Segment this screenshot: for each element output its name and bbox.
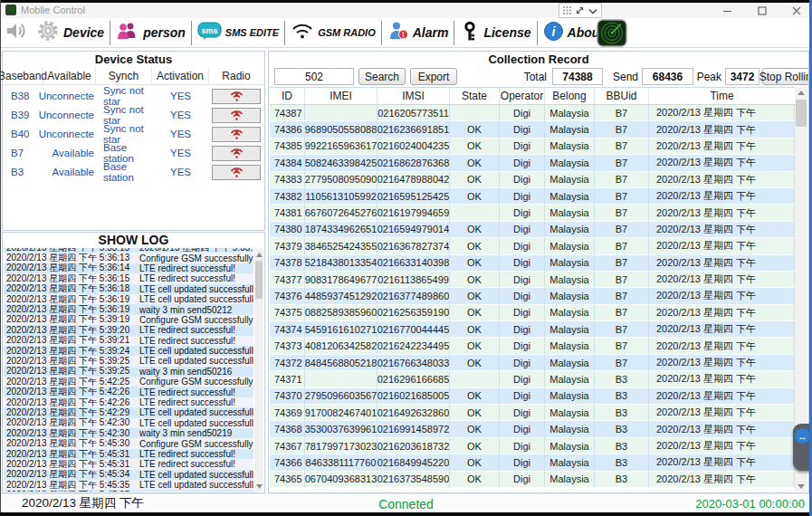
log-message: waity 3 min send50212 [139,305,253,315]
operator-cell: Digi [500,105,545,121]
collection-table-row[interactable]: 74369 891700824674013 502164926328606 OK… [270,405,795,421]
operator-cell: Digi [500,438,545,454]
collection-table-row[interactable]: 74386 696890505580883 502162366918517 OK… [270,121,795,138]
collection-table-row[interactable]: 74365 006704093683132 502163735485909 OK… [270,472,795,488]
log-message: Configure GSM successfully! [139,439,253,449]
collection-table-row[interactable]: 74376 644859374512928 502163774898604 OK… [270,288,795,304]
device-table-row[interactable]: B3 Available Base station YES [3,161,264,180]
id-cell: 74376 [270,288,305,304]
collection-scroll-thumb[interactable] [796,100,807,127]
toolbar-button-gsm-radio[interactable]: GSM RADIO [286,19,380,47]
id-cell: 74383 [270,172,305,188]
id-cell: 74369 [270,405,305,421]
collection-table-row[interactable]: 74381 766760726452764 502161979946593 Di… [270,205,795,221]
collection-table-row[interactable]: 74370 827950966035670 502160216850054 OK… [270,388,795,405]
operator-cell: Digi [500,454,545,471]
collection-table-row[interactable]: 74374 154591616102713 502167700444452 OK… [270,321,795,338]
bbuid-cell: B3 [595,371,649,387]
toolbar-label-alarm: Alarm [413,25,449,40]
info-icon: i [543,21,564,45]
scroll-up-icon[interactable] [795,87,807,98]
device-table-row[interactable]: B38 Unconnecte Sync not star YES [3,85,264,104]
expand-icon[interactable] [575,3,585,19]
device-table-row[interactable]: B40 Unconnecte Sync not star YES [3,123,264,142]
operator-cell: Digi [500,338,545,354]
collection-table-row[interactable]: 74366 084633811177608 502168499452202 OK… [270,454,795,471]
speaker-button[interactable] [1,19,32,47]
maximize-button[interactable] [750,4,775,17]
grid-icon[interactable] [562,3,572,19]
id-cell: 74378 [270,255,305,272]
stop-rolling-button[interactable]: Stop Rolling [762,68,809,85]
bbuid-cell: B7 [595,338,649,354]
radio-toggle-button[interactable] [212,146,261,161]
bbuid-cell: B7 [595,121,649,138]
search-button[interactable]: Search [358,68,406,85]
time-cell: 2020/2/13 星期四 下午 [649,338,795,354]
radio-toggle-button[interactable] [212,127,261,142]
radio-signal-icon [229,128,244,140]
imei-cell: 644859374512928 [305,288,377,304]
radio-toggle-button[interactable] [212,165,261,180]
log-scrollbar[interactable] [254,249,263,492]
operator-cell: Digi [500,139,545,155]
log-scroll-thumb[interactable] [255,261,263,299]
radio-toggle-button[interactable] [212,89,261,104]
collection-table-row[interactable]: 74367 678179971730231 502162036187329 OK… [270,438,795,454]
chevron-down-icon[interactable] [588,3,598,19]
imsi-cell: 502162961666858 [377,371,450,387]
id-cell: 74379 [270,238,305,254]
toolbar-button-alarm[interactable]: ! Alarm [383,19,454,47]
collection-table-row[interactable]: 74373 840812063425828 502162422344956 OK… [270,338,795,354]
operator-cell: Digi [500,472,545,488]
collection-table-row[interactable]: 74368 435300376399616 502169914589727 OK… [270,421,795,437]
time-cell: 2020/2/13 星期四 下午 [649,205,795,221]
collection-table-row[interactable]: 74378 652184380133548 502166331403981 OK… [270,255,795,272]
toolbar-button-person[interactable]: person [111,19,190,47]
log-time: 2020/2/13 星期四 下午 5:45:35 [4,489,139,492]
id-cell: 74382 [270,188,305,205]
col-id: ID [270,88,305,104]
collection-table-row[interactable]: 74377 990831786496775 502161138654993 OK… [270,272,795,288]
scroll-down-icon[interactable] [795,481,807,492]
collection-table-row[interactable]: 74380 618743349626519 502165949790140 OK… [270,222,795,238]
collection-table-row[interactable]: 74372 184845688052183 502167663480333 OK… [270,355,795,371]
belong-cell: Malaysia [545,205,595,221]
collection-table-row[interactable]: 74382 911056131059921 502165951254259 OK… [270,188,795,205]
time-cell: 2020/2/13 星期四 下午 [649,371,795,387]
app-window: Moblie Control Device person sms SMS EDI… [0,0,812,516]
device-status-title: Device Status [3,52,264,67]
collection-table-row[interactable]: 74387 502162057735118 Digi Malaysia B7 2… [270,105,795,121]
collection-table-header: ID IMEI IMSI State Operator Belong BBUid… [270,87,795,105]
device-table-row[interactable]: B7 Available Base station YES [3,142,264,161]
toolbar-button-license[interactable]: License [455,19,535,47]
close-button[interactable] [784,4,809,17]
capture-overlay-widget[interactable] [559,3,602,18]
toolbar-button-sms-edit[interactable]: sms SMS EDITE [193,19,283,47]
scroll-down-icon[interactable] [254,481,263,492]
collection-table-row[interactable]: 74385 699221659636176 502160240042350 OK… [270,139,795,155]
state-cell: OK [450,321,500,338]
bbuid-cell: B7 [595,155,649,171]
collection-table-row[interactable]: 74383 327795080950907 502164789880423 OK… [270,172,795,188]
minimize-button[interactable] [715,4,740,17]
bbuid-cell: B3 [595,472,649,488]
log-message: LTE cell updated successfully! [139,356,253,366]
radio-toggle-button[interactable] [212,108,261,123]
log-message: LTE cell updated successfully! [139,480,253,490]
state-cell: OK [450,188,500,205]
collection-table-row[interactable]: 74371 502162961666858 Digi Malaysia B3 2… [270,371,795,387]
state-cell: OK [450,421,500,437]
col-operator: Operator [500,88,545,104]
imei-cell: 154591616102713 [305,321,377,338]
search-input[interactable] [274,68,354,85]
imsi-cell: 502166331403981 [377,255,450,272]
export-button[interactable]: Export [410,68,457,85]
collection-table-row[interactable]: 74379 538465254243551 502163678273742 OK… [270,238,795,254]
scroll-up-icon[interactable] [254,249,263,260]
device-table-row[interactable]: B39 Unconnecte Sync not star YES [3,104,264,123]
state-cell [450,205,500,221]
collection-table-row[interactable]: 74384 950824633984251 502168628763686 OK… [270,155,795,171]
collection-table-row[interactable]: 74375 308825893859601 502162563591903 OK… [270,305,795,321]
toolbar-button-device[interactable]: Device [32,19,109,47]
